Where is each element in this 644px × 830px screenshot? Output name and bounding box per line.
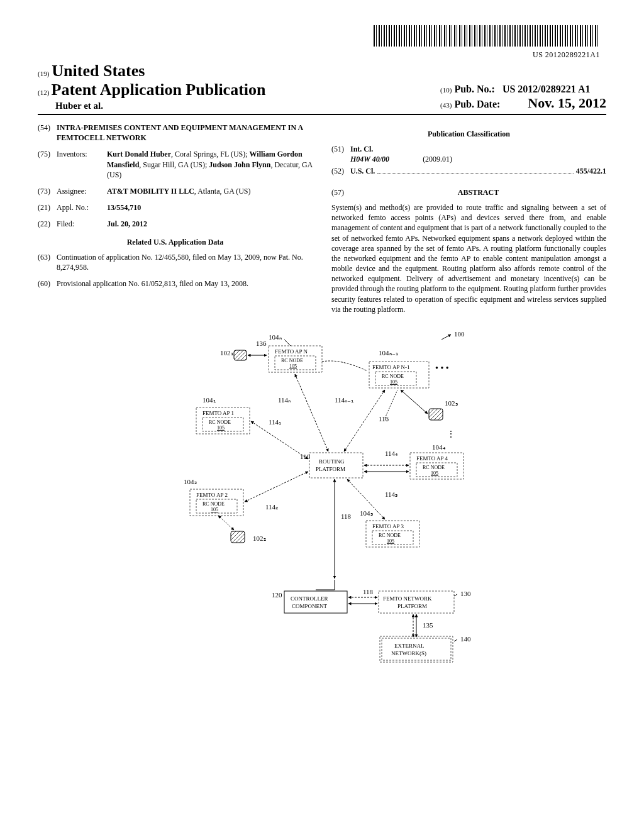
pubdate-value: Nov. 15, 2012 (528, 95, 606, 111)
ref-102-1: 102₁ (220, 349, 233, 357)
ref-105-3: 105 (387, 538, 394, 544)
label-rc-node-n1: RC NODE (382, 374, 404, 379)
ref-105-n: 105 (289, 363, 297, 369)
ref-104-4: 104₄ (432, 443, 446, 451)
authors-line: Huber et al. (38, 101, 266, 111)
figure-area: 100 104ₙ FEMTO AP N RC NODE 105 136 102₁… (38, 327, 606, 669)
abstract-heading-row: (57) ABSTRACT (331, 182, 606, 202)
dots: • • • (435, 363, 449, 373)
country-name: United States (52, 62, 145, 80)
title-text: INTRA-PREMISES CONTENT AND EQUIPMENT MAN… (57, 123, 313, 143)
abstract-label: ABSTRACT (350, 187, 606, 197)
continuation-row: (63) Continuation of application No. 12/… (38, 252, 313, 272)
inventors-code: (75) (38, 149, 57, 180)
intcl-class: H04W 40/00 (350, 155, 389, 163)
ref-114-4: 114₄ (385, 450, 398, 457)
country-line: (19) United States (38, 62, 266, 80)
assignee-code: (73) (38, 186, 57, 196)
assignee-row: (73) Assignee: AT&T MOBILITY II LLC, Atl… (38, 186, 313, 196)
barcode (374, 25, 600, 47)
label-femto-ap-4: FEMTO AP 4 (416, 455, 448, 462)
ref-105-1: 105 (217, 425, 225, 431)
header-block: (19) United States (12) Patent Applicati… (38, 62, 606, 115)
ref-140: 140 (460, 635, 471, 643)
ref-118: 118 (341, 512, 352, 520)
label-rc-node-4: RC NODE (423, 465, 445, 470)
ref-114-n: 114ₙ (278, 396, 291, 404)
ref-105-2: 105 (211, 507, 218, 512)
ref-105-n1: 105 (390, 379, 397, 385)
label-component: COMPONENT (292, 603, 328, 609)
label-femto-network: FEMTO NETWORK (383, 595, 432, 602)
label-network-platform: PLATFORM (397, 603, 427, 609)
svg-rect-27 (379, 591, 454, 613)
filed-row: (22) Filed: Jul. 20, 2012 (38, 219, 313, 229)
filed-label: Filed: (57, 219, 107, 229)
ref-104-3: 104₃ (360, 509, 373, 517)
ref-114-3: 114₃ (385, 490, 397, 498)
label-rc-node-n: RC NODE (281, 358, 303, 363)
assignee-label: Assignee: (57, 186, 107, 196)
uscl-label: U.S. Cl. (350, 166, 375, 176)
intcl-row: (51) Int. Cl. H04W 40/00 (2009.01) (331, 144, 606, 164)
label-controller: CONTROLLER (291, 595, 328, 602)
label-femto-ap-n: FEMTO AP N (275, 348, 308, 355)
pubdate-label: Pub. Date: (454, 99, 500, 109)
svg-rect-26 (284, 591, 347, 613)
abstract-text: System(s) and method(s) are provided to … (331, 202, 606, 314)
intcl-date: (2009.01) (423, 155, 452, 163)
pubno-value: US 2012/0289221 A1 (502, 84, 591, 94)
label-rc-node-3: RC NODE (379, 533, 401, 538)
right-column: Publication Classification (51) Int. Cl.… (331, 123, 606, 314)
label-platform: PLATFORM (316, 466, 345, 472)
label-networks: NETWORK(S) (391, 650, 426, 656)
label-rc-node-2: RC NODE (203, 501, 225, 507)
svg-rect-10 (309, 453, 363, 478)
intcl-code: (51) (331, 144, 350, 164)
inventors-row: (75) Inventors: Kurt Donald Huber, Coral… (38, 149, 313, 180)
appl-label: Appl. No.: (57, 202, 107, 213)
inventors-label: Inventors: (57, 149, 107, 180)
label-rc-node-1: RC NODE (209, 419, 231, 425)
ref-104-1: 104₁ (203, 396, 216, 404)
ref-110: 110 (300, 453, 311, 460)
inventors-value: Kurt Donald Huber, Coral Springs, FL (US… (107, 149, 313, 180)
pubdate-prefix: (43) (440, 101, 452, 109)
filed-code: (22) (38, 219, 57, 229)
pub-no-line: (10) Pub. No.: US 2012/0289221 A1 (440, 84, 606, 95)
doc-code: US 20120289221A1 (38, 50, 600, 60)
prov-code: (60) (38, 279, 57, 289)
svg-rect-34 (380, 636, 453, 662)
country-prefix: (19) (38, 70, 49, 77)
ref-116: 116 (379, 415, 389, 423)
filed-value: Jul. 20, 2012 (107, 219, 313, 229)
body-columns: (54) INTRA-PREMISES CONTENT AND EQUIPMEN… (38, 123, 606, 314)
label-external: EXTERNAL (394, 643, 425, 649)
abstract-code: (57) (331, 187, 350, 197)
figure-diagram: 100 104ₙ FEMTO AP N RC NODE 105 136 102₁… (146, 327, 498, 667)
pub-type-line: (12) Patent Application Publication (38, 80, 266, 99)
prov-value: Provisional application No. 61/052,813, … (57, 279, 313, 289)
svg-rect-2 (234, 350, 247, 360)
pub-type: Patent Application Publication (52, 80, 266, 99)
label-femto-ap-2: FEMTO AP 2 (196, 492, 228, 498)
ref-135: 135 (423, 621, 433, 629)
ref-114-2: 114₂ (265, 503, 278, 511)
ref-104-n1: 104ₙ₋₁ (379, 349, 398, 357)
ref-105-4: 105 (431, 470, 438, 476)
dotted-leader (377, 173, 573, 174)
title-code: (54) (38, 123, 57, 143)
classification-header: Publication Classification (331, 129, 606, 139)
cont-value: Continuation of application No. 12/465,5… (57, 252, 313, 272)
appl-row: (21) Appl. No.: 13/554,710 (38, 202, 313, 213)
ref-120: 120 (272, 591, 282, 599)
svg-line-9 (401, 390, 428, 414)
pubno-prefix: (10) (440, 86, 452, 94)
header-top: US 20120289221A1 (38, 25, 606, 57)
ref-102-2: 102₂ (253, 534, 266, 542)
svg-rect-33 (382, 638, 451, 660)
ref-130: 130 (460, 590, 471, 597)
provisional-row: (60) Provisional application No. 61/052,… (38, 279, 313, 289)
label-routing: ROUTING (319, 458, 345, 465)
ref-136: 136 (256, 340, 267, 347)
